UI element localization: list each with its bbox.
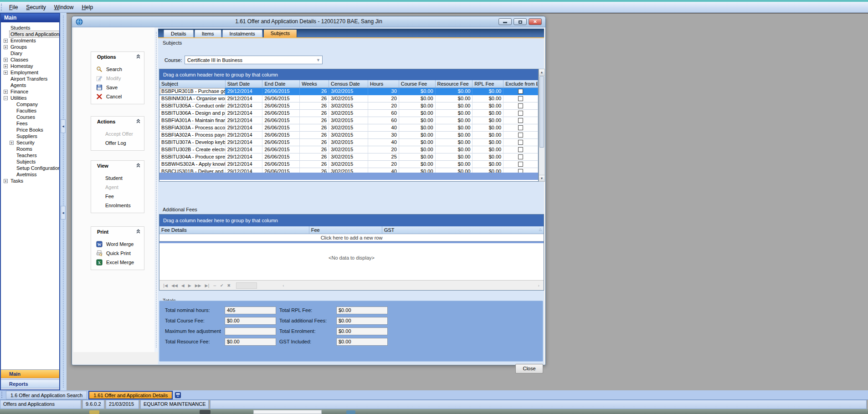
exclude-checkbox[interactable]: [518, 169, 523, 173]
menu-security[interactable]: Security: [22, 3, 50, 11]
fee-button[interactable]: Fee: [91, 192, 144, 201]
section-header-actions[interactable]: Actions: [91, 117, 144, 127]
sidebar-item-airport-transfers[interactable]: Airport Transfers: [1, 76, 59, 82]
scrollbar-thumb[interactable]: [539, 76, 544, 148]
expand-icon[interactable]: +: [10, 141, 14, 145]
exclude-checkbox[interactable]: [518, 118, 523, 123]
subjects-scrollbar[interactable]: ▲ ▼: [539, 69, 545, 182]
totals-field-gst-included-[interactable]: $0.00: [336, 338, 388, 346]
scroll-up-icon[interactable]: ▲: [539, 69, 544, 76]
next-record-icon[interactable]: ▶: [186, 283, 193, 288]
column-header-fee-details[interactable]: Fee Details: [159, 226, 309, 234]
column-header-course-fee[interactable]: Course Fee: [399, 80, 436, 87]
exclude-checkbox[interactable]: [518, 140, 523, 145]
column-header-end-date[interactable]: End Date: [262, 80, 300, 87]
last-record-icon[interactable]: ▶|: [203, 283, 211, 288]
sidebar-group-button-reports[interactable]: Reports: [1, 379, 59, 388]
next-page-icon[interactable]: ▶▶: [193, 283, 203, 288]
sidebar-item-price-books[interactable]: Price Books: [1, 127, 59, 133]
sidebar-item-teachers[interactable]: Teachers: [1, 152, 59, 158]
section-header-view[interactable]: View: [91, 161, 144, 171]
column-header-gst[interactable]: GST△: [382, 226, 544, 234]
exclude-checkbox[interactable]: [518, 96, 523, 101]
exclude-checkbox[interactable]: [518, 147, 523, 152]
window-list-icon[interactable]: [175, 392, 181, 398]
exclude-checkbox[interactable]: [518, 103, 523, 108]
sidebar-group-button-main[interactable]: Main: [1, 369, 59, 378]
sidebar-item-employment[interactable]: +Employment: [1, 69, 59, 76]
expand-icon[interactable]: +: [4, 71, 8, 75]
sidebar-splitter[interactable]: ◂ ◂: [60, 13, 67, 390]
close-button[interactable]: Close: [515, 364, 543, 373]
sidebar-item-suppliers[interactable]: Suppliers: [1, 133, 59, 139]
sidebar-item-fees[interactable]: Fees: [1, 120, 59, 127]
totals-field-total-course-fee-[interactable]: $0.00: [225, 317, 276, 325]
add-new-row[interactable]: Click here to add a new row: [159, 234, 544, 241]
tab-instalments[interactable]: Instalments: [222, 30, 262, 37]
exclude-checkbox[interactable]: [518, 111, 523, 116]
expand-icon[interactable]: +: [4, 45, 8, 49]
window-tab-active[interactable]: 1.61 Offer and Application Details: [88, 391, 173, 399]
sidebar-item-diary[interactable]: Diary: [1, 50, 59, 56]
subject-row[interactable]: BSBFIA302A - Process payroll29/12/201426…: [159, 132, 538, 139]
menu-file[interactable]: File: [5, 3, 22, 11]
sidebar-item-groups[interactable]: +Groups: [1, 44, 59, 50]
close-icon[interactable]: ✕: [529, 18, 542, 25]
enrolments-button[interactable]: Enrolments: [91, 201, 144, 210]
collapse-section-icon[interactable]: [136, 229, 140, 235]
search-button[interactable]: Search: [91, 65, 144, 74]
group-by-band[interactable]: Drag a column header here to group by th…: [159, 69, 538, 80]
panel-splitter[interactable]: [154, 27, 158, 352]
subject-row[interactable]: BSBFIA303A - Process accoun29/12/201426/…: [159, 124, 538, 132]
delete-record-icon[interactable]: −: [211, 283, 218, 288]
tab-details[interactable]: Details: [164, 30, 194, 37]
first-record-icon[interactable]: |◀: [161, 283, 169, 288]
sidebar-item-offers-and-applications[interactable]: Offers and Applications: [1, 31, 59, 37]
sidebar-item-security[interactable]: +Security: [1, 139, 59, 146]
collapse-section-icon[interactable]: [136, 163, 140, 169]
collapse-left-icon[interactable]: ◂: [61, 119, 66, 133]
totals-field-total-enrolment-[interactable]: $0.00: [336, 327, 388, 335]
column-header-hours[interactable]: Hours: [368, 80, 399, 87]
totals-field-total-resource-fee-[interactable]: $0.00: [225, 338, 276, 346]
sidebar-item-avetmiss[interactable]: Avetmiss: [1, 171, 59, 178]
column-header-census-date[interactable]: Census Date: [329, 80, 368, 87]
collapse-section-icon[interactable]: [136, 54, 140, 60]
subject-row[interactable]: BSBINM301A - Organise workpl29/12/201426…: [159, 95, 538, 102]
cancel-edit-icon[interactable]: ✖: [226, 283, 233, 288]
exclude-checkbox[interactable]: [518, 125, 523, 130]
subject-row[interactable]: BSBITU306A - Design and prod29/12/201426…: [159, 110, 538, 117]
sidebar-item-finance[interactable]: +Finance: [1, 88, 59, 95]
subject-row[interactable]: BSBWHS302A - Apply knowled29/12/201426/0…: [159, 161, 538, 168]
expand-icon[interactable]: +: [4, 90, 8, 94]
word-merge-button[interactable]: WWord Merge: [91, 240, 144, 249]
subject-row[interactable]: BSBPUR301B - Purchase goods29/12/201426/…: [159, 88, 538, 95]
sidebar-item-students[interactable]: Students: [1, 25, 59, 31]
subject-row[interactable]: BSBFIA301A - Maintain financi29/12/20142…: [159, 117, 538, 124]
subject-row[interactable]: BSBCUS301B - Deliver and mo29/12/201426/…: [159, 168, 538, 173]
column-header-fee[interactable]: Fee: [309, 226, 382, 234]
menu-window[interactable]: Window: [50, 3, 78, 11]
sidebar-item-faculties[interactable]: Faculties: [1, 107, 59, 114]
column-header-resource-fee[interactable]: Resource Fee: [436, 80, 473, 87]
offer-log-button[interactable]: Offer Log: [91, 138, 144, 148]
exclude-checkbox[interactable]: [518, 162, 523, 167]
collapse-icon[interactable]: −: [4, 96, 8, 100]
cancel-button[interactable]: Cancel: [91, 92, 144, 101]
column-header-exclude-from-enr[interactable]: Exclude from Enr: [503, 80, 538, 87]
minimize-icon[interactable]: [498, 18, 512, 25]
excel-merge-button[interactable]: XExcel Merge: [91, 258, 144, 267]
totals-field-total-rpl-fee-[interactable]: $0.00: [336, 307, 388, 314]
tab-items[interactable]: Items: [195, 30, 221, 37]
column-header-subject[interactable]: Subject: [159, 80, 226, 87]
tab-subjects[interactable]: Subjects: [263, 29, 297, 37]
sidebar-item-company[interactable]: Company: [1, 101, 59, 107]
sidebar-item-agents[interactable]: Agents: [1, 82, 59, 88]
course-dropdown[interactable]: Certificate III in Business ▼: [185, 56, 323, 64]
post-edit-icon[interactable]: ✔: [218, 283, 226, 288]
prev-page-icon[interactable]: ◀◀: [169, 283, 180, 288]
sidebar-item-classes[interactable]: +Classes: [1, 56, 59, 63]
sidebar-item-homestay[interactable]: +Homestay: [1, 63, 59, 69]
maximize-icon[interactable]: [514, 18, 527, 25]
column-header-rpl-fee[interactable]: RPL Fee: [473, 80, 503, 87]
